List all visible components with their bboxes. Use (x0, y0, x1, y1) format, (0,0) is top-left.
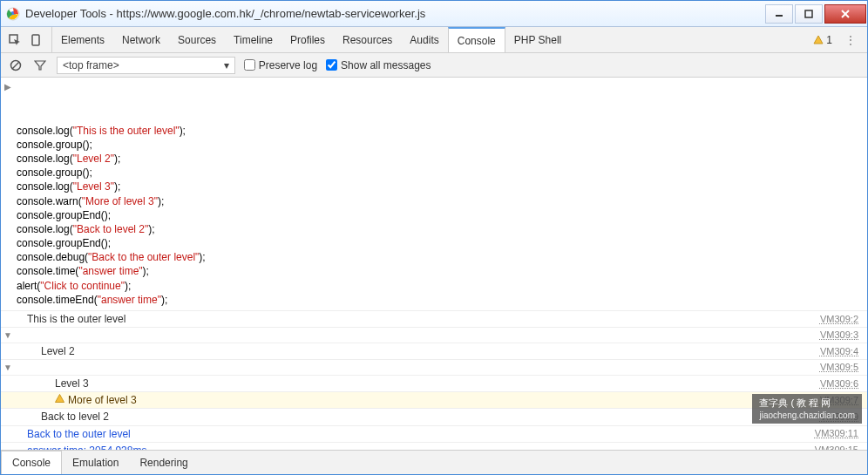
code-line: console.groupEnd(); (17, 236, 862, 250)
row-text: Level 2 (41, 344, 820, 358)
console-row: More of level 3VM309:7 (1, 392, 867, 409)
code-line: console.group(); (17, 138, 862, 152)
code-line: console.group(); (17, 166, 862, 180)
code-line: console.log("Back to level 2"); (17, 222, 862, 236)
console-row: This is the outer levelVM309:2 (1, 311, 867, 328)
minimize-button[interactable] (765, 4, 793, 24)
devtools-window: Developer Tools - https://www.google.com… (0, 0, 868, 475)
warning-counter[interactable]: 1 (813, 34, 832, 46)
console-row: Back to the outer levelVM309:11 (1, 426, 867, 443)
console-row: answer time: 3054.938msVM309:15 (1, 443, 867, 450)
code-line: console.log("Level 2"); (17, 152, 862, 166)
tab-php-shell[interactable]: PHP Shell (505, 27, 570, 52)
source-link[interactable]: VM309:15 (815, 444, 862, 450)
watermark: 查字典 ( 教 程 网 jiaocheng.chazidian.com (752, 394, 862, 424)
svg-line-9 (12, 62, 19, 69)
maximize-button[interactable] (795, 4, 823, 24)
row-text: This is the outer level (27, 312, 820, 326)
svg-rect-7 (32, 35, 39, 45)
console-row: Level 3VM309:6 (1, 376, 867, 392)
drawer-tab-console[interactable]: Console (1, 451, 62, 474)
execution-context-select[interactable]: <top frame> ▾ (57, 57, 235, 74)
row-text: Level 3 (55, 377, 820, 390)
code-line: console.groupEnd(); (17, 208, 862, 222)
source-link[interactable]: VM309:3 (820, 329, 862, 342)
code-line: console.log("This is the outer level"); (17, 124, 862, 138)
code-line: console.log("Level 3"); (17, 180, 862, 193)
window-title: Developer Tools - https://www.google.com… (25, 7, 764, 20)
group-arrow-icon[interactable]: ▼ (1, 329, 15, 342)
tab-sources[interactable]: Sources (169, 27, 225, 52)
chrome-icon (6, 7, 20, 21)
tab-console[interactable]: Console (448, 27, 505, 52)
tab-audits[interactable]: Audits (401, 27, 447, 52)
svg-rect-3 (805, 10, 812, 17)
console-filterbar: <top frame> ▾ Preserve log Show all mess… (1, 53, 867, 78)
warning-icon (55, 394, 64, 406)
close-button[interactable] (824, 4, 866, 24)
filter-icon[interactable] (32, 58, 48, 73)
titlebar: Developer Tools - https://www.google.com… (1, 1, 867, 27)
console-row: ▼VM309:3 (1, 328, 867, 343)
tab-resources[interactable]: Resources (334, 27, 401, 52)
code-line: console.timeEnd("answer time"); (17, 293, 862, 307)
code-line: console.warn("More of level 3"); (17, 194, 862, 208)
code-line: console.time("answer time"); (17, 264, 862, 278)
tab-timeline[interactable]: Timeline (225, 27, 281, 52)
panel-tabs: ElementsNetworkSourcesTimelineProfilesRe… (51, 27, 570, 52)
source-link[interactable]: VM309:2 (820, 313, 862, 326)
console-body: ▶ console.log("This is the outer level")… (1, 78, 867, 450)
window-buttons (764, 4, 867, 24)
drawer-tabs: ConsoleEmulationRendering (1, 450, 867, 474)
drawer-tab-rendering[interactable]: Rendering (129, 451, 198, 474)
warning-icon (813, 35, 824, 45)
code-line: alert("Click to continue"); (17, 279, 862, 293)
expand-caret-icon[interactable]: ▶ (4, 81, 11, 93)
main-toolbar: ElementsNetworkSourcesTimelineProfilesRe… (1, 27, 867, 53)
group-arrow-icon[interactable]: ▼ (1, 362, 15, 374)
row-text: answer time: 3054.938ms (27, 444, 815, 450)
input-code-block: ▶ console.log("This is the outer level")… (1, 78, 867, 311)
console-output: This is the outer levelVM309:2▼VM309:3Le… (1, 311, 867, 450)
preserve-log-checkbox[interactable]: Preserve log (244, 59, 317, 71)
row-text: More of level 3 (55, 393, 820, 407)
chevron-down-icon: ▾ (224, 59, 229, 71)
source-link[interactable]: VM309:6 (820, 377, 862, 390)
row-text: Back to the outer level (27, 427, 815, 441)
clear-console-icon[interactable] (8, 58, 24, 73)
kebab-menu-icon[interactable]: ⋮ (839, 33, 862, 47)
code-line: console.debug("Back to the outer level")… (17, 250, 862, 264)
device-mode-icon[interactable] (27, 31, 44, 49)
source-link[interactable]: VM309:5 (820, 361, 862, 374)
tab-elements[interactable]: Elements (52, 27, 113, 52)
show-all-messages-checkbox[interactable]: Show all messages (326, 59, 431, 71)
source-link[interactable]: VM309:11 (815, 427, 862, 440)
source-link[interactable]: VM309:4 (820, 345, 862, 358)
tab-network[interactable]: Network (113, 27, 169, 52)
console-row: Back to level 2VM309:9 (1, 409, 867, 425)
console-row: Level 2VM309:4 (1, 343, 867, 360)
tab-profiles[interactable]: Profiles (281, 27, 334, 52)
console-row: ▼VM309:5 (1, 360, 867, 376)
inspect-icon[interactable] (6, 31, 24, 49)
drawer-tab-emulation[interactable]: Emulation (62, 451, 129, 474)
row-text: Back to level 2 (41, 410, 820, 424)
